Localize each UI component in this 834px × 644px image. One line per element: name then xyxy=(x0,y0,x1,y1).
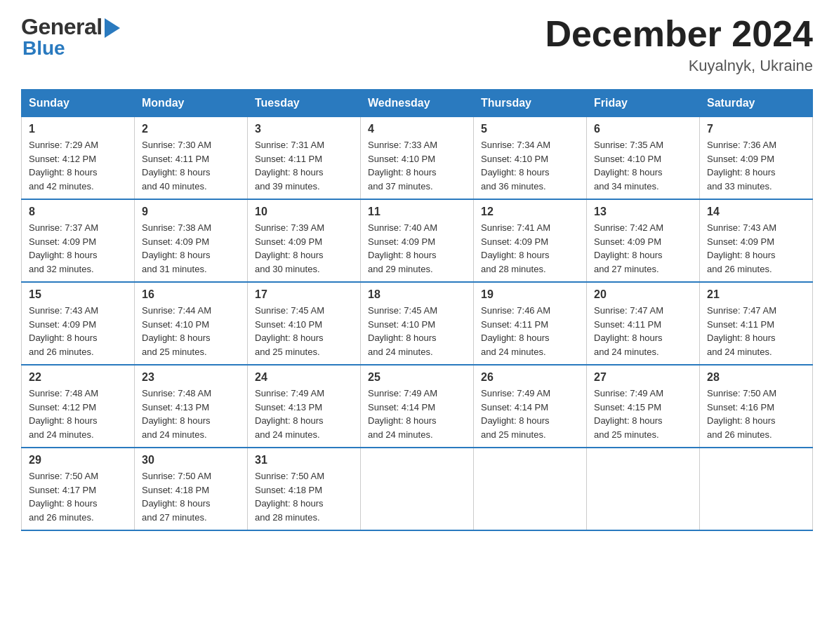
logo-general-text: General xyxy=(21,14,102,40)
day-number: 16 xyxy=(142,288,240,301)
table-row: 6Sunrise: 7:35 AMSunset: 4:10 PMDaylight… xyxy=(587,117,700,200)
table-row: 12Sunrise: 7:41 AMSunset: 4:09 PMDayligh… xyxy=(474,199,587,282)
day-info: Sunrise: 7:44 AMSunset: 4:10 PMDaylight:… xyxy=(142,304,240,358)
table-row: 5Sunrise: 7:34 AMSunset: 4:10 PMDaylight… xyxy=(474,117,587,200)
day-number: 26 xyxy=(481,371,579,384)
col-sunday: Sunday xyxy=(22,90,135,117)
day-number: 8 xyxy=(29,206,127,218)
day-number: 22 xyxy=(29,371,127,384)
table-row: 19Sunrise: 7:46 AMSunset: 4:11 PMDayligh… xyxy=(474,282,587,365)
day-info: Sunrise: 7:47 AMSunset: 4:11 PMDaylight:… xyxy=(594,304,692,358)
day-info: Sunrise: 7:45 AMSunset: 4:10 PMDaylight:… xyxy=(255,304,353,358)
table-row: 3Sunrise: 7:31 AMSunset: 4:11 PMDaylight… xyxy=(248,117,361,200)
day-number: 1 xyxy=(29,123,127,135)
day-number: 18 xyxy=(368,288,466,301)
day-number: 6 xyxy=(594,123,692,135)
day-info: Sunrise: 7:48 AMSunset: 4:12 PMDaylight:… xyxy=(29,387,127,441)
day-info: Sunrise: 7:49 AMSunset: 4:15 PMDaylight:… xyxy=(594,387,692,441)
day-info: Sunrise: 7:43 AMSunset: 4:09 PMDaylight:… xyxy=(29,304,127,358)
day-info: Sunrise: 7:39 AMSunset: 4:09 PMDaylight:… xyxy=(255,221,353,276)
table-row: 26Sunrise: 7:49 AMSunset: 4:14 PMDayligh… xyxy=(474,365,587,448)
table-row: 28Sunrise: 7:50 AMSunset: 4:16 PMDayligh… xyxy=(700,365,813,448)
day-number: 23 xyxy=(142,371,240,384)
day-info: Sunrise: 7:40 AMSunset: 4:09 PMDaylight:… xyxy=(368,221,466,276)
day-info: Sunrise: 7:50 AMSunset: 4:18 PMDaylight:… xyxy=(142,469,240,524)
table-row: 2Sunrise: 7:30 AMSunset: 4:11 PMDaylight… xyxy=(135,117,248,200)
day-info: Sunrise: 7:50 AMSunset: 4:18 PMDaylight:… xyxy=(255,469,353,524)
location-subtitle: Kuyalnyk, Ukraine xyxy=(545,57,813,75)
day-info: Sunrise: 7:49 AMSunset: 4:14 PMDaylight:… xyxy=(368,387,466,441)
table-row: 24Sunrise: 7:49 AMSunset: 4:13 PMDayligh… xyxy=(248,365,361,448)
logo-arrow-icon xyxy=(105,18,120,38)
day-number: 13 xyxy=(594,206,692,218)
day-number: 21 xyxy=(707,288,805,301)
title-area: December 2024 Kuyalnyk, Ukraine xyxy=(545,14,813,75)
table-row: 20Sunrise: 7:47 AMSunset: 4:11 PMDayligh… xyxy=(587,282,700,365)
table-row: 17Sunrise: 7:45 AMSunset: 4:10 PMDayligh… xyxy=(248,282,361,365)
day-number: 15 xyxy=(29,288,127,301)
day-info: Sunrise: 7:29 AMSunset: 4:12 PMDaylight:… xyxy=(29,138,127,193)
table-row xyxy=(587,448,700,530)
day-number: 29 xyxy=(29,454,127,467)
day-info: Sunrise: 7:49 AMSunset: 4:13 PMDaylight:… xyxy=(255,387,353,441)
table-row: 16Sunrise: 7:44 AMSunset: 4:10 PMDayligh… xyxy=(135,282,248,365)
table-row: 8Sunrise: 7:37 AMSunset: 4:09 PMDaylight… xyxy=(22,199,135,282)
table-row: 14Sunrise: 7:43 AMSunset: 4:09 PMDayligh… xyxy=(700,199,813,282)
table-row: 13Sunrise: 7:42 AMSunset: 4:09 PMDayligh… xyxy=(587,199,700,282)
calendar-week-row: 1Sunrise: 7:29 AMSunset: 4:12 PMDaylight… xyxy=(22,117,813,200)
day-info: Sunrise: 7:35 AMSunset: 4:10 PMDaylight:… xyxy=(594,138,692,193)
day-number: 30 xyxy=(142,454,240,467)
day-info: Sunrise: 7:49 AMSunset: 4:14 PMDaylight:… xyxy=(481,387,579,441)
page-header: General Blue December 2024 Kuyalnyk, Ukr… xyxy=(21,14,813,75)
day-info: Sunrise: 7:50 AMSunset: 4:16 PMDaylight:… xyxy=(707,387,805,441)
table-row: 29Sunrise: 7:50 AMSunset: 4:17 PMDayligh… xyxy=(22,448,135,530)
day-number: 27 xyxy=(594,371,692,384)
day-number: 28 xyxy=(707,371,805,384)
day-number: 12 xyxy=(481,206,579,218)
day-info: Sunrise: 7:33 AMSunset: 4:10 PMDaylight:… xyxy=(368,138,466,193)
day-number: 11 xyxy=(368,206,466,218)
day-number: 2 xyxy=(142,123,240,135)
table-row: 18Sunrise: 7:45 AMSunset: 4:10 PMDayligh… xyxy=(361,282,474,365)
day-number: 7 xyxy=(707,123,805,135)
table-row: 21Sunrise: 7:47 AMSunset: 4:11 PMDayligh… xyxy=(700,282,813,365)
day-info: Sunrise: 7:30 AMSunset: 4:11 PMDaylight:… xyxy=(142,138,240,193)
calendar-week-row: 22Sunrise: 7:48 AMSunset: 4:12 PMDayligh… xyxy=(22,365,813,448)
logo-blue-text: Blue xyxy=(22,37,65,60)
day-number: 5 xyxy=(481,123,579,135)
svg-marker-0 xyxy=(105,18,120,38)
day-number: 3 xyxy=(255,123,353,135)
col-saturday: Saturday xyxy=(700,90,813,117)
col-wednesday: Wednesday xyxy=(361,90,474,117)
day-number: 19 xyxy=(481,288,579,301)
col-thursday: Thursday xyxy=(474,90,587,117)
day-info: Sunrise: 7:46 AMSunset: 4:11 PMDaylight:… xyxy=(481,304,579,358)
day-info: Sunrise: 7:43 AMSunset: 4:09 PMDaylight:… xyxy=(707,221,805,276)
calendar-week-row: 8Sunrise: 7:37 AMSunset: 4:09 PMDaylight… xyxy=(22,199,813,282)
day-info: Sunrise: 7:47 AMSunset: 4:11 PMDaylight:… xyxy=(707,304,805,358)
calendar-week-row: 15Sunrise: 7:43 AMSunset: 4:09 PMDayligh… xyxy=(22,282,813,365)
table-row: 4Sunrise: 7:33 AMSunset: 4:10 PMDaylight… xyxy=(361,117,474,200)
table-row: 23Sunrise: 7:48 AMSunset: 4:13 PMDayligh… xyxy=(135,365,248,448)
day-number: 25 xyxy=(368,371,466,384)
day-info: Sunrise: 7:41 AMSunset: 4:09 PMDaylight:… xyxy=(481,221,579,276)
table-row: 31Sunrise: 7:50 AMSunset: 4:18 PMDayligh… xyxy=(248,448,361,530)
day-number: 10 xyxy=(255,206,353,218)
day-info: Sunrise: 7:48 AMSunset: 4:13 PMDaylight:… xyxy=(142,387,240,441)
col-monday: Monday xyxy=(135,90,248,117)
month-year-title: December 2024 xyxy=(545,14,813,54)
day-info: Sunrise: 7:42 AMSunset: 4:09 PMDaylight:… xyxy=(594,221,692,276)
col-friday: Friday xyxy=(587,90,700,117)
table-row xyxy=(361,448,474,530)
day-info: Sunrise: 7:45 AMSunset: 4:10 PMDaylight:… xyxy=(368,304,466,358)
day-info: Sunrise: 7:31 AMSunset: 4:11 PMDaylight:… xyxy=(255,138,353,193)
table-row: 15Sunrise: 7:43 AMSunset: 4:09 PMDayligh… xyxy=(22,282,135,365)
table-row: 27Sunrise: 7:49 AMSunset: 4:15 PMDayligh… xyxy=(587,365,700,448)
logo: General Blue xyxy=(21,14,120,60)
day-info: Sunrise: 7:38 AMSunset: 4:09 PMDaylight:… xyxy=(142,221,240,276)
table-row: 7Sunrise: 7:36 AMSunset: 4:09 PMDaylight… xyxy=(700,117,813,200)
day-number: 4 xyxy=(368,123,466,135)
table-row: 10Sunrise: 7:39 AMSunset: 4:09 PMDayligh… xyxy=(248,199,361,282)
table-row: 30Sunrise: 7:50 AMSunset: 4:18 PMDayligh… xyxy=(135,448,248,530)
day-info: Sunrise: 7:50 AMSunset: 4:17 PMDaylight:… xyxy=(29,469,127,524)
